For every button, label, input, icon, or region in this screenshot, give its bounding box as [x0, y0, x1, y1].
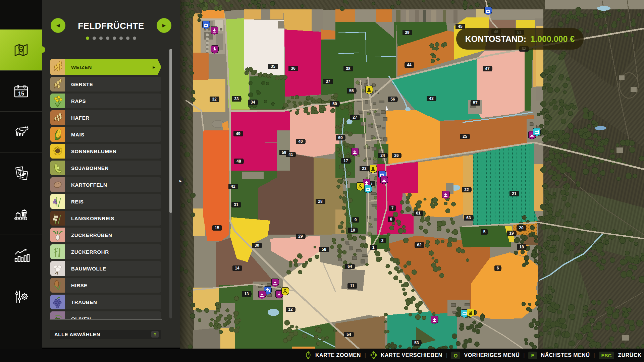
svg-text:55: 55	[349, 88, 354, 93]
svg-text:60: 60	[338, 135, 343, 140]
svg-text:6: 6	[497, 266, 499, 270]
svg-text:61: 61	[416, 211, 421, 216]
svg-text:2: 2	[381, 238, 384, 243]
svg-text:62: 62	[417, 243, 422, 247]
svg-text:10: 10	[351, 228, 355, 233]
svg-text:26: 26	[394, 153, 399, 158]
svg-text:21: 21	[512, 191, 517, 196]
svg-text:43: 43	[429, 96, 434, 101]
svg-text:28: 28	[318, 199, 323, 204]
svg-text:7: 7	[391, 206, 394, 210]
svg-text:20: 20	[519, 226, 524, 230]
svg-text:49: 49	[236, 131, 240, 136]
svg-text:29: 29	[298, 234, 303, 239]
svg-text:22: 22	[464, 187, 469, 192]
svg-text:8: 8	[390, 217, 392, 222]
svg-text:34: 34	[251, 100, 255, 105]
svg-text:33: 33	[234, 97, 239, 101]
svg-text:30: 30	[255, 243, 259, 248]
svg-text:40: 40	[298, 139, 303, 144]
svg-text:19: 19	[509, 231, 514, 236]
svg-text:53: 53	[414, 341, 419, 345]
svg-text:25: 25	[463, 134, 467, 139]
svg-text:32: 32	[212, 97, 217, 102]
svg-text:38: 38	[346, 66, 351, 71]
svg-text:42: 42	[231, 184, 235, 189]
svg-text:35: 35	[271, 64, 275, 69]
svg-text:57: 57	[473, 101, 478, 105]
svg-text:31: 31	[234, 202, 238, 207]
svg-text:1: 1	[372, 245, 375, 250]
svg-text:44: 44	[407, 63, 412, 67]
svg-text:39: 39	[405, 30, 410, 35]
svg-text:13: 13	[244, 292, 249, 296]
svg-text:18: 18	[519, 245, 524, 249]
svg-text:48: 48	[236, 159, 241, 164]
svg-text:15: 15	[215, 226, 219, 230]
svg-text:36: 36	[291, 66, 296, 71]
svg-text:54: 54	[346, 332, 351, 337]
svg-text:64: 64	[347, 264, 352, 269]
svg-text:9: 9	[355, 218, 357, 222]
svg-text:59: 59	[282, 150, 286, 155]
svg-text:17: 17	[343, 159, 348, 163]
svg-text:15: 15	[18, 91, 24, 97]
svg-text:12: 12	[288, 307, 293, 312]
svg-text:14: 14	[235, 266, 239, 270]
svg-text:58: 58	[322, 247, 326, 252]
svg-text:37: 37	[326, 79, 330, 84]
svg-text:50: 50	[332, 102, 337, 106]
svg-text:11: 11	[350, 284, 355, 288]
svg-text:23: 23	[362, 166, 367, 171]
svg-text:27: 27	[353, 115, 357, 120]
svg-text:47: 47	[485, 66, 490, 71]
svg-text:56: 56	[390, 97, 395, 102]
svg-text:5: 5	[483, 230, 486, 234]
svg-text:41: 41	[288, 152, 293, 157]
svg-text:24: 24	[380, 153, 385, 158]
svg-text:63: 63	[466, 216, 471, 220]
svg-text:45: 45	[458, 24, 463, 29]
